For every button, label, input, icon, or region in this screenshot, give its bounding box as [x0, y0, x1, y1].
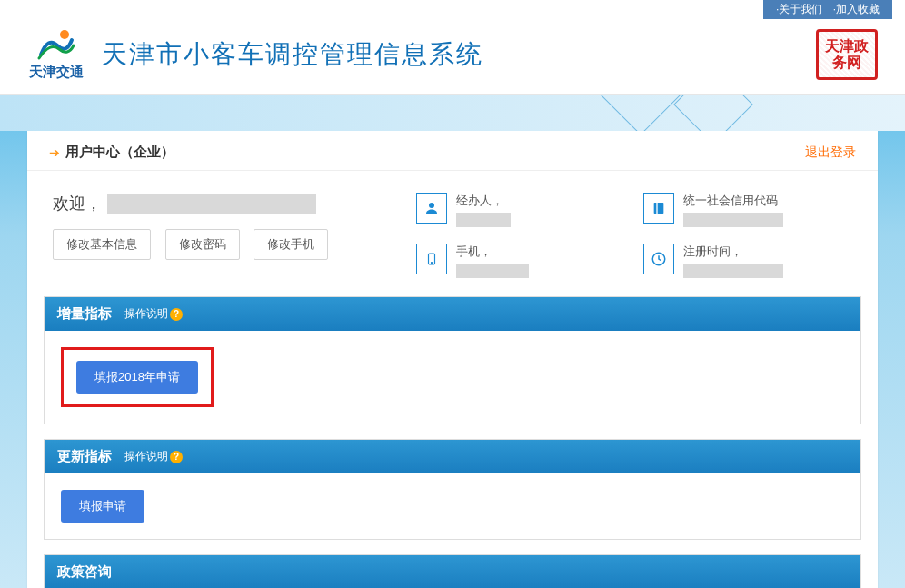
edit-phone-button[interactable]: 修改手机	[254, 229, 328, 260]
gov-stamp-icon: 天津政务网	[816, 29, 878, 80]
svg-rect-2	[654, 203, 664, 214]
page-title: 用户中心（企业）	[65, 144, 174, 161]
logo-brand-text: 天津交通	[29, 64, 84, 81]
credit-code-label: 统一社会信用代码	[683, 193, 783, 209]
svg-point-5	[431, 263, 432, 264]
handler-info: 经办人，	[416, 193, 607, 227]
credit-code-info: 统一社会信用代码	[643, 193, 834, 227]
edit-basic-info-button[interactable]: 修改基本信息	[53, 229, 151, 260]
phone-value-redacted	[456, 264, 529, 278]
svg-point-0	[60, 30, 69, 39]
svg-rect-3	[656, 203, 657, 214]
user-info-section: 欢迎， 修改基本信息 修改密码 修改手机 经办人，	[27, 171, 878, 296]
phone-icon	[416, 244, 447, 274]
section-header-renewal: 更新指标 操作说明?	[45, 440, 860, 473]
apply-2018-button[interactable]: 填报2018年申请	[76, 361, 198, 394]
credit-code-value-redacted	[683, 213, 783, 227]
person-icon	[416, 193, 447, 224]
utility-links: ·关于我们 ·加入收藏	[763, 0, 892, 19]
svg-point-1	[429, 203, 434, 208]
section-header-incremental: 增量指标 操作说明?	[45, 297, 860, 331]
help-icon[interactable]: ?	[170, 451, 183, 463]
site-header: 天津交通 天津市小客车调控管理信息系统 天津政务网	[0, 22, 905, 95]
renewal-apply-button[interactable]: 填报申请	[61, 490, 144, 523]
favorite-link[interactable]: ·加入收藏	[833, 3, 880, 15]
section-title-renewal: 更新指标	[57, 448, 112, 465]
section-title-policy: 政策咨询	[57, 563, 112, 581]
book-icon	[643, 193, 674, 224]
utility-bar: ·关于我们 ·加入收藏	[0, 0, 905, 22]
regtime-label: 注册时间，	[683, 244, 783, 260]
section-title-incremental: 增量指标	[57, 305, 112, 323]
section-renewal: 更新指标 操作说明? 填报申请	[44, 439, 861, 540]
decorative-banner	[0, 95, 905, 131]
regtime-info: 注册时间，	[643, 244, 834, 278]
section-header-policy: 政策咨询	[45, 555, 860, 588]
about-link[interactable]: ·关于我们	[776, 3, 822, 15]
logo: 天津交通	[27, 27, 84, 81]
section-policy: 政策咨询	[44, 554, 861, 588]
arrow-right-icon: ➔	[49, 145, 60, 160]
phone-info: 手机，	[416, 244, 607, 278]
highlight-annotation: 填报2018年申请	[61, 347, 214, 407]
welcome-label: 欢迎，	[53, 193, 102, 214]
clock-icon	[643, 244, 674, 274]
handler-label: 经办人，	[456, 193, 511, 209]
handler-value-redacted	[456, 213, 511, 227]
logo-icon	[35, 27, 75, 64]
logout-link[interactable]: 退出登录	[805, 145, 856, 161]
section-hint-renewal[interactable]: 操作说明?	[124, 449, 183, 464]
phone-label: 手机，	[456, 244, 529, 260]
page-title-row: ➔ 用户中心（企业） 退出登录	[27, 131, 878, 171]
section-incremental: 增量指标 操作说明? 填报2018年申请	[44, 296, 861, 424]
regtime-value-redacted	[683, 264, 783, 278]
help-icon[interactable]: ?	[170, 308, 183, 321]
main-content: ➔ 用户中心（企业） 退出登录 欢迎， 修改基本信息 修改密码 修改手机 经办人…	[27, 131, 878, 588]
edit-password-button[interactable]: 修改密码	[165, 229, 240, 260]
site-title: 天津市小客车调控管理信息系统	[102, 37, 483, 72]
section-hint-incremental[interactable]: 操作说明?	[124, 306, 183, 322]
username-redacted	[107, 194, 316, 214]
